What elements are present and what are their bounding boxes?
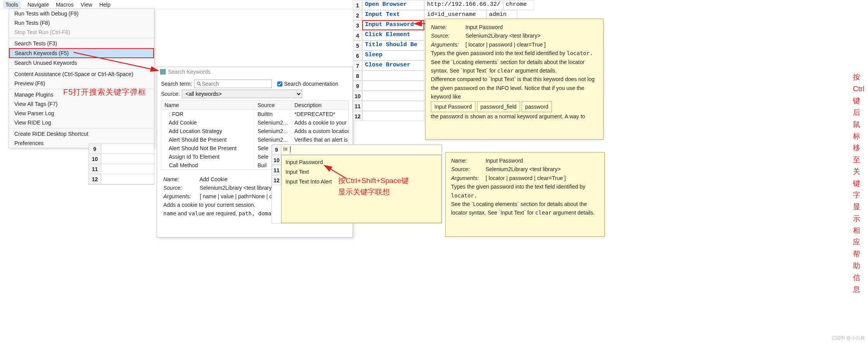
source-label: Source: [161,91,180,97]
detail-name-label: Name: [163,176,198,182]
svg-line-1 [200,85,201,86]
menu-navigate[interactable]: Navigate [28,2,49,8]
row-number: 10 [89,154,101,164]
tt1-p2: See the `Locating elements` section for … [431,58,598,75]
step-row-number: 3 [353,20,362,30]
step-keyword-cell[interactable] [362,101,424,111]
step-keyword-cell[interactable] [362,91,424,101]
search-input[interactable] [202,81,270,87]
step-arg-cell[interactable]: http://192.166.66.32/ [424,0,503,10]
tt2-args-label: Arguments: [451,174,484,182]
tt2-p1: Types the given password into the text f… [451,182,599,200]
annotation-ctrl-hover: 按Ctrl键后鼠标移至关键字显示相应帮助信息 [853,71,865,295]
grid-cell[interactable] [101,164,154,174]
tt1-args-label: Arguments: [431,40,464,49]
dialog-icon [160,69,166,74]
menu-item-run-tests[interactable]: Run Tests (F8) [9,18,154,28]
menu-view[interactable]: View [81,2,92,8]
detail-source: Selenium2Library <test library> [200,185,275,191]
step-arg-cell[interactable]: chrome [503,0,534,10]
menu-item-content-assistance[interactable]: Content Assistance (Ctrl-Space or Ctrl-A… [9,69,154,79]
step-keyword-cell[interactable]: Click Element [362,30,424,40]
tt1-example-boxes: Input Passwordpassword_fieldpassword [431,101,552,112]
menubar: Tools Navigate Macros View Help [0,0,353,9]
result-row[interactable]: Add CookieSelenium2...Adds a cookie to y… [161,118,348,127]
step-keyword-cell[interactable] [362,81,424,91]
tt1-p4: the password is shown as a normal keywor… [431,112,598,121]
col-name[interactable]: Name [161,101,254,109]
result-row[interactable]: : FORBuiltIn*DEPRECATED* [161,110,348,118]
annotation-f5-note: F5打开搜索关键字弹框 [63,87,146,97]
result-row[interactable]: Add Location StrategySelenium2...Adds a … [161,127,348,135]
step-keyword-cell[interactable]: Sleep [362,50,424,61]
search-term-label: Search term: [161,81,192,87]
source-select[interactable]: <all keywords> [182,90,302,98]
tt2-args: [ locator | password | clear=True ] [486,175,566,181]
menu-item-create-ride-desktop-shortcut[interactable]: Create RIDE Desktop Shortcut [9,129,154,139]
step-row-number: 7 [353,61,362,71]
col-description[interactable]: Description [291,101,348,109]
step-row-number: 11 [353,101,362,111]
search-term-field[interactable] [194,80,272,88]
keyword-help-tooltip-1: Name: Input Password Source: Selenium2Li… [425,19,603,140]
menu-tools[interactable]: Tools [3,1,21,9]
edit-row-number: 9 [272,145,281,155]
step-row-number: 8 [353,71,362,81]
annotation-ctrl-shift-space: 按Ctrl+Shift+Space键 显示关键字联想 [338,175,409,197]
menu-macros[interactable]: Macros [56,2,74,8]
step-row-number: 4 [353,30,362,40]
tools-dropdown: Run Tests with Debug (F9)Run Tests (F8)S… [9,9,154,148]
step-keyword-cell[interactable] [362,71,424,81]
menu-item-run-tests-with-debug[interactable]: Run Tests with Debug (F9) [9,9,154,18]
tt2-p2: See the `Locating elements` section for … [451,200,599,217]
step-keyword-cell[interactable] [362,111,424,121]
keyword-help-tooltip-2: Name: Input Password Source: Selenium2Li… [445,152,605,237]
step-keyword-cell[interactable]: Open Browser [362,0,424,10]
grid-cell[interactable] [101,174,154,184]
tt1-name: Input Password [465,24,503,30]
row-number: 11 [89,164,101,174]
doc-checkbox-label: Search documentation [284,81,338,87]
step-row-number: 9 [353,81,362,91]
tt2-source: Selenium2Library <test library> [486,166,561,172]
dialog-title: Search Keywords [168,69,211,75]
row-number: 12 [89,174,101,184]
step-keyword-cell[interactable]: Close Browser [362,61,424,71]
menu-item-search-tests[interactable]: Search Tests (F3) [9,39,154,48]
step-row-number: 2 [353,10,362,20]
menu-item-search-keywords[interactable]: Search Keywords (F5) [9,48,154,58]
menu-item-stop-test-run: Stop Test Run (Ctrl-F8) [9,28,154,37]
detail-name: Add Cookie [199,176,227,182]
menu-item-view-parser-log[interactable]: View Parser Log [9,109,154,118]
step-keyword-cell[interactable]: Input Password [362,20,424,30]
step-keyword-cell[interactable]: Title Should Be [362,40,424,50]
tt1-source: Selenium2Library <test library> [465,33,541,39]
autocomplete-item[interactable]: Input Password [285,158,437,167]
result-row[interactable]: Alert Should Be PresentSelenium2...Verif… [161,135,348,144]
grid-cell[interactable] [101,154,154,164]
step-row-number: 10 [353,91,362,101]
svg-point-0 [197,82,200,85]
detail-source-label: Source: [163,185,198,191]
doc-checkbox-input[interactable] [277,81,282,87]
tt1-source-label: Source: [431,31,464,40]
col-source[interactable]: Source [254,101,291,109]
step-row-number: 6 [353,50,362,61]
menu-item-view-ride-log[interactable]: View RIDE Log [9,118,154,127]
grid-cell[interactable] [101,144,154,154]
menu-item-search-unused-keywords[interactable]: Search Unused Keywords [9,58,154,68]
watermark: CSDN @小白典 [832,335,865,341]
keyword-edit-cell[interactable]: in [281,145,442,155]
menu-help[interactable]: Help [99,2,111,8]
step-row-number: 12 [353,111,362,121]
row-number: 11 [272,165,281,175]
tt1-name-label: Name: [431,23,464,31]
detail-args-label: Arguments: [163,193,198,199]
search-documentation-checkbox[interactable]: Search documentation [277,81,338,87]
menu-item-view-all-tags[interactable]: View All Tags (F7) [9,99,154,109]
step-row-number: 1 [353,0,362,10]
step-keyword-cell[interactable]: Input Text [362,10,424,20]
tt2-name-label: Name: [451,156,484,165]
row-number: 10 [272,155,281,165]
background-grid-fragment: 9101112 [88,144,154,185]
